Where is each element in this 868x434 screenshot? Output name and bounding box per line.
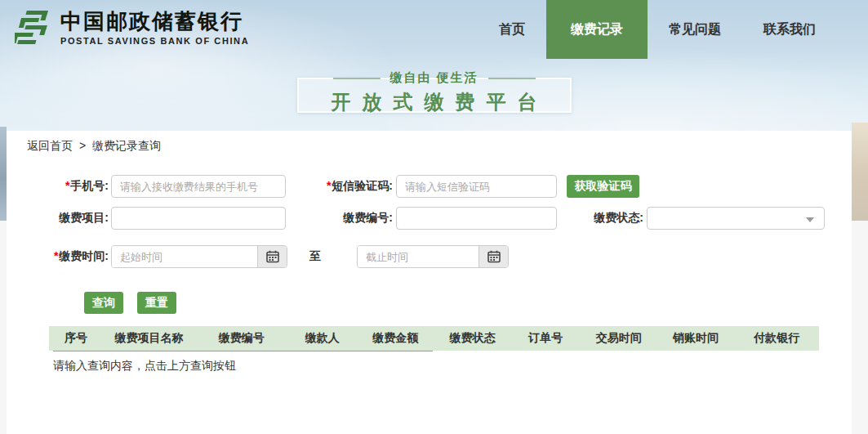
slogan-line-left [332, 78, 380, 79]
payment-status-select[interactable] [647, 207, 825, 230]
col-settle-time: 销账时间 [657, 331, 734, 346]
form-row-time: *缴费时间: 至 [7, 245, 852, 268]
banner-slogan: 缴自由 便生活 [332, 70, 535, 86]
pay-time-label: *缴费时间: [7, 249, 109, 264]
form-row-phone: *手机号: *短信验证码: 获取验证码 [7, 175, 852, 198]
col-pay-bank: 付款银行 [734, 331, 819, 346]
bill-no-input[interactable] [396, 207, 557, 230]
top-header: 中国邮政储蓄银行 POSTAL SAVINGS BANK OF CHINA 首页… [0, 0, 868, 59]
col-amount: 缴费金额 [357, 331, 434, 346]
required-mark: * [65, 179, 69, 192]
table-divider [53, 351, 433, 351]
nav-item-home[interactable]: 首页 [478, 0, 546, 59]
form-actions: 查询 重置 [84, 292, 852, 314]
col-project: 缴费项目名称 [103, 331, 195, 346]
breadcrumb: 返回首页 > 缴费记录查询 [7, 131, 852, 154]
reset-button[interactable]: 重置 [137, 292, 176, 314]
end-time-input[interactable] [358, 246, 479, 267]
required-mark: * [327, 179, 331, 192]
end-time-calendar-button[interactable] [479, 246, 508, 267]
col-status: 缴费状态 [434, 331, 510, 346]
nav-item-payment-records[interactable]: 缴费记录 [546, 0, 648, 59]
project-input[interactable] [111, 207, 286, 230]
nav-item-contact[interactable]: 联系我们 [742, 0, 837, 59]
col-trade-time: 交易时间 [581, 331, 657, 346]
phone-input[interactable] [111, 175, 286, 198]
calendar-icon [487, 250, 501, 263]
breadcrumb-back-link[interactable]: 返回首页 [27, 139, 73, 152]
required-mark: * [54, 249, 58, 262]
col-seq: 序号 [49, 331, 103, 346]
end-time-group [357, 245, 509, 268]
empty-result-message: 请输入查询内容，点击上方查询按钮 [53, 359, 852, 374]
col-order-no: 订单号 [511, 331, 581, 346]
phone-label: *手机号: [7, 179, 109, 194]
query-form: *手机号: *短信验证码: 获取验证码 缴费项目: 缴费编号: 缴费状态: *缴… [7, 175, 852, 314]
results-table-header: 序号 缴费项目名称 缴费编号 缴款人 缴费金额 缴费状态 订单号 交易时间 销账… [49, 326, 819, 351]
psbc-logo-icon [15, 7, 54, 48]
background-photo-left-strip [0, 127, 7, 221]
calendar-icon [266, 250, 279, 263]
to-label: 至 [309, 249, 322, 264]
col-bill-no: 缴费编号 [195, 331, 287, 346]
start-time-calendar-button[interactable] [257, 246, 287, 267]
status-label: 缴费状态: [557, 211, 643, 226]
sms-code-input[interactable] [396, 175, 557, 198]
slogan-line-right [488, 78, 536, 79]
query-button[interactable]: 查询 [84, 292, 123, 314]
breadcrumb-separator: > [79, 139, 86, 152]
main-nav: 首页 缴费记录 常见问题 联系我们 [478, 0, 837, 59]
col-payer: 缴款人 [287, 331, 357, 346]
breadcrumb-current: 缴费记录查询 [92, 139, 161, 152]
bank-name-en: POSTAL SAVINGS BANK OF CHINA [60, 36, 249, 46]
start-time-group [111, 245, 287, 268]
project-label: 缴费项目: [7, 211, 109, 226]
platform-banner: 缴自由 便生活 开放式缴费平台 [297, 78, 572, 113]
chevron-down-icon [806, 217, 814, 222]
nav-item-faq[interactable]: 常见问题 [648, 0, 742, 59]
background-photo-right-strip [852, 123, 868, 221]
bank-name-block: 中国邮政储蓄银行 POSTAL SAVINGS BANK OF CHINA [60, 10, 249, 46]
start-time-input[interactable] [112, 246, 257, 267]
bank-name-cn: 中国邮政储蓄银行 [60, 10, 249, 34]
sms-code-label: *短信验证码: [286, 179, 393, 194]
slogan-text: 缴自由 便生活 [380, 70, 487, 86]
form-row-project: 缴费项目: 缴费编号: 缴费状态: [7, 207, 852, 230]
content-panel: 返回首页 > 缴费记录查询 *手机号: *短信验证码: 获取验证码 缴费项目: … [7, 131, 852, 434]
platform-title: 开放式缴费平台 [299, 89, 570, 115]
get-sms-code-button[interactable]: 获取验证码 [567, 175, 639, 198]
bank-logo: 中国邮政储蓄银行 POSTAL SAVINGS BANK OF CHINA [15, 7, 249, 48]
bill-no-label: 缴费编号: [286, 211, 393, 226]
